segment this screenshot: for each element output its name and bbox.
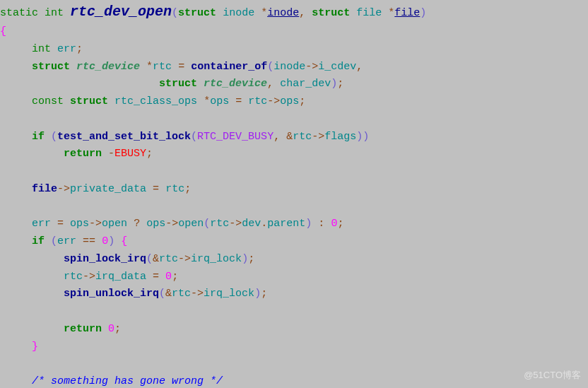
code-block: static int rtc_dev_open(struct inode *in…: [0, 0, 588, 388]
lparen: (: [172, 7, 178, 19]
op-semi: ;: [172, 271, 178, 283]
var-inode: inode: [274, 61, 305, 73]
lparen: (: [159, 288, 165, 300]
kw-if: if: [32, 235, 45, 247]
kw-struct: struct: [312, 7, 350, 19]
mem-private-data: private_data: [70, 183, 146, 195]
kw-static: static: [0, 7, 38, 19]
op-amp: &: [286, 131, 293, 143]
kw-return: return: [64, 323, 102, 335]
op-arrow: ->: [57, 183, 70, 195]
var-err: err: [57, 235, 76, 247]
kw-const: const: [32, 95, 64, 107]
type-inode: inode: [223, 7, 254, 19]
op-dot: .: [261, 218, 267, 230]
op-eq: =: [153, 183, 159, 195]
op-arrow: ->: [165, 218, 178, 230]
rparen: ): [242, 253, 248, 265]
lparen: (: [204, 218, 210, 230]
kw-struct: struct: [159, 78, 197, 90]
op-arrow: ->: [191, 288, 204, 300]
lparen: (: [146, 253, 153, 265]
mem-char-dev: char_dev: [280, 78, 331, 90]
op-eq: =: [235, 95, 242, 107]
op-arrow: ->: [89, 218, 102, 230]
type-file: file: [356, 7, 382, 19]
type-rtc-device: rtc_device: [76, 61, 140, 73]
var-rtc: rtc: [248, 95, 267, 107]
macro-rtc-dev-busy: RTC_DEV_BUSY: [197, 131, 274, 143]
fn-test-and-set-bit-lock: test_and_set_bit_lock: [57, 131, 191, 143]
type-rtc-device: rtc_device: [204, 78, 267, 90]
type-rtc-class-ops: rtc_class_ops: [114, 95, 197, 107]
op-star: *: [261, 7, 267, 19]
op-semi: ;: [146, 148, 153, 160]
var-rtc: rtc: [293, 131, 312, 143]
rparen: ): [108, 235, 114, 247]
var-ops: ops: [210, 95, 229, 107]
kw-struct: struct: [178, 7, 216, 19]
var-ops: ops: [146, 218, 165, 230]
lit-zero: 0: [102, 235, 108, 247]
fn-spin-unlock-irq: spin_unlock_irq: [64, 288, 159, 300]
rparen: ): [420, 7, 426, 19]
op-semi: ;: [299, 95, 305, 107]
mem-dev: dev: [242, 218, 261, 230]
op-eq: =: [153, 271, 159, 283]
op-semi: ;: [337, 78, 343, 90]
rparen: ): [363, 131, 369, 143]
fn-spin-lock-irq: spin_lock_irq: [64, 253, 146, 265]
op-comma: ,: [356, 61, 363, 73]
op-minus: -: [108, 148, 114, 160]
var-rtc: rtc: [153, 61, 172, 73]
param-file: file: [394, 7, 420, 19]
kw-return: return: [64, 148, 102, 160]
op-arrow: ->: [83, 271, 95, 283]
lparen: (: [191, 131, 197, 143]
op-arrow: ->: [312, 131, 324, 143]
op-semi: ;: [184, 183, 191, 195]
op-arrow: ->: [267, 95, 280, 107]
mem-irq-lock: irq_lock: [191, 253, 242, 265]
op-qmark: ?: [134, 218, 140, 230]
kw-struct: struct: [70, 95, 108, 107]
kw-if: if: [32, 131, 45, 143]
var-rtc: rtc: [159, 253, 178, 265]
op-amp: &: [153, 253, 159, 265]
op-arrow: ->: [305, 61, 318, 73]
op-eq: =: [178, 61, 184, 73]
op-semi: ;: [248, 253, 254, 265]
mem-flags: flags: [324, 131, 356, 143]
brace-open: {: [0, 25, 6, 37]
op-semi: ;: [76, 43, 83, 55]
op-colon: :: [318, 218, 324, 230]
err-ebusy: EBUSY: [114, 148, 146, 160]
mem-parent: parent: [267, 218, 305, 230]
kw-struct: struct: [32, 61, 70, 73]
brace-close: }: [32, 341, 38, 353]
lit-zero: 0: [165, 271, 172, 283]
lparen: (: [51, 235, 57, 247]
var-rtc: rtc: [210, 218, 229, 230]
rparen: ): [305, 218, 312, 230]
mem-irq-lock: irq_lock: [204, 288, 254, 300]
mem-open: open: [102, 218, 127, 230]
var-ops: ops: [70, 218, 89, 230]
mem-irq-data: irq_data: [95, 271, 146, 283]
op-eq: =: [57, 218, 64, 230]
kw-int: int: [32, 43, 51, 55]
mem-ops: ops: [280, 95, 299, 107]
var-rtc: rtc: [64, 271, 83, 283]
op-comma: ,: [274, 131, 280, 143]
op-star: *: [146, 61, 153, 73]
op-comma: ,: [299, 7, 305, 19]
var-err: err: [32, 218, 51, 230]
op-semi: ;: [261, 288, 267, 300]
rparen: ): [254, 288, 261, 300]
kw-int: int: [45, 7, 64, 19]
var-file: file: [32, 183, 57, 195]
op-amp: &: [165, 288, 172, 300]
rparen: ): [331, 78, 337, 90]
op-comma: ,: [267, 78, 274, 90]
op-semi: ;: [114, 323, 121, 335]
